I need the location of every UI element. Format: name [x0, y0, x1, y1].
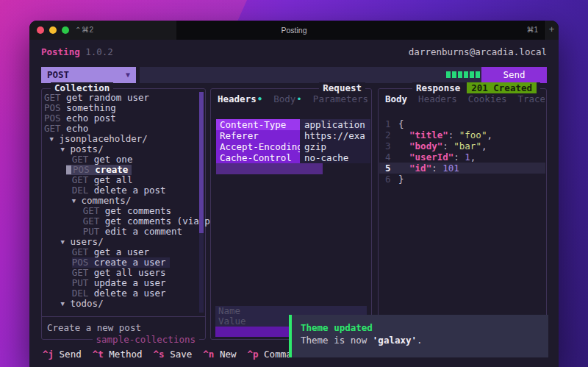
tree-folder[interactable]: ▼ comments/ [72, 196, 135, 206]
send-button[interactable]: Send [481, 67, 547, 83]
app-version: 1.0.2 [85, 46, 113, 57]
tree-item[interactable]: GET get all users [72, 268, 170, 278]
tree-item[interactable]: GET get comments [83, 206, 175, 216]
tree-item[interactable]: DEL delete a user [72, 288, 170, 299]
modified-dot-icon: • [257, 93, 263, 104]
trace-block-icon [446, 71, 451, 78]
toast-title: Theme updated [301, 322, 539, 334]
request-label: get comments [105, 205, 171, 216]
http-method-label: GET [83, 205, 105, 216]
tab-response-body[interactable]: Body [385, 93, 407, 104]
scrollbar-thumb[interactable] [199, 92, 204, 233]
header-row[interactable]: Content-Typeapplication [216, 119, 370, 130]
key-shortcut: ^n [203, 349, 220, 360]
tab-response-trace[interactable]: Trace [517, 93, 545, 104]
tree-item[interactable]: GET echo [44, 124, 92, 134]
request-label: something [66, 102, 116, 113]
line-number: 6 [379, 174, 398, 185]
tree-item[interactable]: POS create a user [72, 257, 170, 268]
header-row[interactable] [216, 163, 370, 174]
request-label: create [95, 164, 128, 175]
tree-item[interactable]: GET get comments (via p [83, 216, 214, 227]
collection-scrollbar[interactable] [199, 92, 204, 313]
tree-item[interactable]: GET get all [72, 175, 137, 185]
json-line: 1{ [379, 118, 545, 129]
method-dropdown[interactable]: POST ▼ [41, 67, 136, 83]
status-badge: 201 Created [467, 82, 537, 93]
tree-cursor [66, 165, 71, 174]
window-titlebar: ⌃⌘2 Posting ⌘1 + [29, 21, 559, 40]
header-value-cell [323, 163, 370, 174]
tab-request-body[interactable]: Body• [273, 93, 302, 104]
tab-label: Trace [517, 93, 545, 104]
tab-request-parameters[interactable]: Parameters [313, 93, 368, 104]
json-token: : [431, 163, 442, 174]
http-method-label: GET [83, 215, 105, 227]
key-action-label: New [220, 349, 237, 360]
url-input[interactable]: https://jsonplaceholder.typicode.com/pos… [140, 67, 490, 83]
line-number: 3 [379, 140, 398, 152]
json-code: "title": "foo", [398, 129, 492, 140]
json-token: "userId" [398, 152, 453, 163]
line-number: 1 [379, 118, 398, 129]
tree-folder[interactable]: ▼ jsonplaceholder/ [50, 134, 151, 144]
footer-binding-save[interactable]: ^s Save [142, 349, 192, 360]
tree-item[interactable]: DEL delete a post [72, 185, 170, 196]
trace-block-icon [476, 71, 480, 78]
spacer [236, 349, 247, 360]
tree-item[interactable]: PUT update a user [72, 278, 170, 288]
tree-folder[interactable]: ▼ users/ [61, 237, 107, 247]
footer-binding-send[interactable]: ^j Send [43, 349, 82, 360]
new-tab-button[interactable]: + [544, 21, 559, 40]
json-code: } [398, 174, 404, 185]
header-value-cell: application [300, 119, 370, 130]
header-row[interactable]: Accept-Encodinggzip [216, 141, 370, 152]
request-label: create a user [94, 257, 166, 268]
tab-label: Headers [418, 93, 457, 104]
footer-binding-method[interactable]: ^t Method [82, 349, 143, 360]
footer-binding-new[interactable]: ^n New [192, 349, 236, 360]
json-token: "id" [398, 163, 431, 174]
tree-item[interactable]: GET get a user [72, 247, 153, 257]
desktop-background: ⌃⌘2 Posting ⌘1 + Posting 1.0.2 darrenbur… [0, 0, 588, 367]
spacer [82, 349, 93, 360]
tree-item[interactable]: PUT edit a comment [83, 227, 186, 237]
terminal-window: ⌃⌘2 Posting ⌘1 + Posting 1.0.2 darrenbur… [29, 21, 559, 367]
http-method-label: POS [73, 164, 95, 175]
json-token: , [481, 140, 487, 152]
header-row[interactable]: Refererhttps://exa [216, 130, 370, 141]
trace-block-icon [470, 71, 474, 78]
tab-request-headers[interactable]: Headers• [218, 93, 262, 104]
tab-response-cookies[interactable]: Cookies [468, 93, 507, 104]
tree-item[interactable]: GET get one [72, 154, 137, 165]
collection-footer: Create a new post [42, 316, 205, 339]
tree-item[interactable]: GET get random user [44, 93, 153, 103]
toast-notification[interactable]: Theme updated Theme is now 'galaxy'. [289, 315, 548, 357]
window-title: Posting [29, 26, 559, 35]
folder-label: comments/ [76, 195, 131, 206]
tree-folder[interactable]: ▼ todos/ [61, 299, 107, 309]
tree-item[interactable]: POS echo post [44, 113, 120, 124]
json-code: "userId": 1, [398, 152, 476, 163]
tree-item[interactable]: POS create [66, 165, 132, 175]
json-code: "id": 101 [398, 163, 459, 174]
json-token: : [442, 140, 453, 152]
json-token: "title" [398, 129, 448, 140]
http-method-label: DEL [72, 185, 94, 196]
tab-response-headers[interactable]: Headers [418, 93, 457, 104]
request-panel-title: Request [319, 82, 365, 93]
footer-keybindings: ^j Send ^t Method ^s Save ^n New ^p Comm… [43, 349, 308, 360]
header-row[interactable]: Cache-Controlno-cache [216, 152, 370, 163]
trace-block-icon [458, 71, 462, 78]
http-method-label: GET [44, 92, 66, 103]
request-label: get one [94, 154, 133, 165]
json-token: "body" [398, 140, 442, 152]
line-number: 5 [379, 163, 398, 174]
http-method-label: GET [72, 246, 94, 257]
response-tabs: BodyHeadersCookiesTrace [385, 93, 545, 104]
tree-item[interactable]: POS something [44, 103, 120, 113]
window-shortcut-label: ⌘1 [526, 26, 538, 34]
header-name-cell: Accept-Encoding [216, 141, 300, 152]
json-token: "foo" [459, 129, 487, 140]
tree-folder[interactable]: ▼ posts/ [61, 144, 107, 154]
